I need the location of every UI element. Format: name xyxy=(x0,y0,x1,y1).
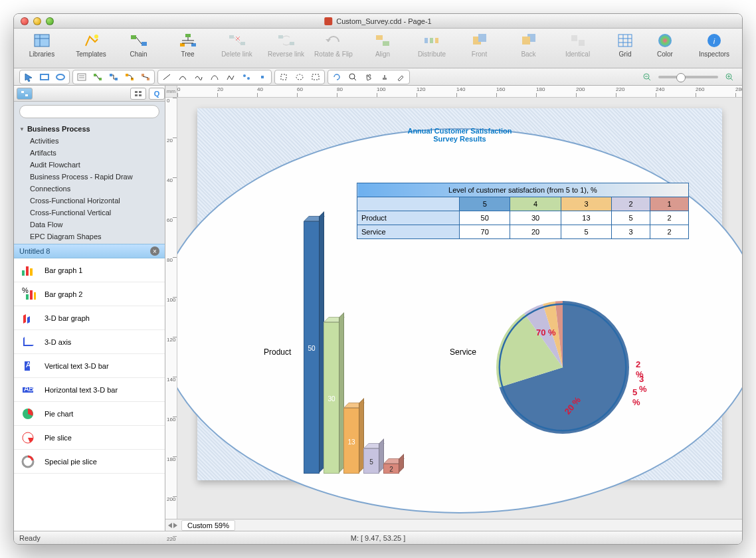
next-page-icon[interactable] xyxy=(173,523,177,528)
app-window: Custom_Survey.cdd - Page-1 Libraries Tem… xyxy=(13,13,743,545)
tree-item[interactable]: Connections xyxy=(14,183,165,195)
svg-rect-7 xyxy=(185,34,191,37)
libraries-button[interactable]: Libraries xyxy=(22,31,62,58)
minimize-icon[interactable] xyxy=(33,17,41,25)
vertical-ruler[interactable]: 020406080100120140160180200220 xyxy=(165,98,177,519)
svg-rect-73 xyxy=(21,91,24,93)
window-title: Custom_Survey.cdd - Page-1 xyxy=(324,17,431,25)
sidebar-view-grid-icon[interactable] xyxy=(130,88,146,100)
tool-ribbon xyxy=(14,68,742,86)
svg-rect-58 xyxy=(261,76,264,78)
drawing-canvas[interactable]: Annual Customer Satisfaction Survey Resu… xyxy=(177,98,742,519)
horizontal-ruler[interactable]: 020406080100120140160180200220240260280 xyxy=(177,86,742,98)
node-tool-icon[interactable] xyxy=(255,71,270,83)
svg-line-47 xyxy=(96,75,99,79)
delete-link-button[interactable]: Delete link xyxy=(217,31,257,58)
shape-item[interactable]: 3-D bar graph xyxy=(14,306,165,330)
prev-page-icon[interactable] xyxy=(168,523,172,528)
distribute-button[interactable]: Distribute xyxy=(412,31,452,58)
chain-button[interactable]: Chain xyxy=(119,31,159,58)
grid-button[interactable]: Grid xyxy=(605,31,645,58)
zoom-icon[interactable] xyxy=(46,17,54,25)
close-icon[interactable] xyxy=(21,17,29,25)
tree-item[interactable]: Cross-Functional Vertical xyxy=(14,207,165,219)
svg-line-68 xyxy=(648,78,650,80)
svg-rect-14 xyxy=(240,42,245,45)
shape-item[interactable]: 3-D axis xyxy=(14,330,165,354)
refresh-tool-icon[interactable] xyxy=(330,71,344,83)
svg-rect-27 xyxy=(478,34,486,42)
svg-rect-64 xyxy=(383,78,387,80)
shape-palette: Bar graph 1%Bar graph 23-D bar graph3-D … xyxy=(14,258,165,531)
color-button[interactable]: Color xyxy=(645,31,685,58)
tree-item[interactable]: Artifacts xyxy=(14,147,165,159)
shape-item[interactable]: Pie slice xyxy=(14,426,165,450)
chart-title: Annual Customer Satisfaction Survey Resu… xyxy=(197,127,722,143)
shape-item[interactable]: ABCVertical text 3-D bar xyxy=(14,354,165,378)
lasso-tool-icon[interactable] xyxy=(292,71,307,83)
connector4-icon[interactable] xyxy=(138,71,153,83)
zoom-in-icon[interactable] xyxy=(722,71,737,83)
close-tab-icon[interactable]: × xyxy=(150,246,159,256)
tree-item[interactable]: Activities xyxy=(14,135,165,147)
bezier-tool-icon[interactable] xyxy=(207,71,222,83)
shape-item[interactable]: Pie chart xyxy=(14,402,165,426)
page-zoom-tab[interactable]: Custom 59% xyxy=(181,520,235,531)
sidebar-view-tree-icon[interactable] xyxy=(17,88,33,100)
poly-tool-icon[interactable] xyxy=(223,71,238,83)
inspectors-button[interactable]: iInspectors xyxy=(694,31,734,58)
svg-marker-20 xyxy=(326,39,331,42)
stamp-tool-icon[interactable] xyxy=(377,71,392,83)
shape-item[interactable]: Special pie slice xyxy=(14,450,165,474)
sidebar-search-toggle-icon[interactable]: Q xyxy=(149,88,165,100)
arc-tool-icon[interactable] xyxy=(175,71,190,83)
svg-rect-75 xyxy=(135,91,138,93)
ellipse-tool-icon[interactable] xyxy=(53,71,68,83)
pointer-tool-icon[interactable] xyxy=(21,71,36,83)
page: Annual Customer Satisfaction Survey Resu… xyxy=(197,108,722,480)
front-button[interactable]: Front xyxy=(460,31,500,58)
connector3-icon[interactable] xyxy=(122,71,137,83)
tree-item[interactable]: Cross-Functional Horizontal xyxy=(14,195,165,207)
shape-item[interactable]: ABCHorizontal text 3-D bar xyxy=(14,378,165,402)
connector1-icon[interactable] xyxy=(90,71,105,83)
text-tool-icon[interactable] xyxy=(74,71,89,83)
identical-button[interactable]: Identical xyxy=(558,31,598,58)
zoom-out-icon[interactable] xyxy=(640,71,654,83)
tree-item[interactable]: EPC Diagram Shapes xyxy=(14,231,165,242)
svg-point-3 xyxy=(94,35,98,39)
align-button[interactable]: Align xyxy=(363,31,403,58)
connector2-icon[interactable] xyxy=(106,71,121,83)
edit-points-icon[interactable] xyxy=(239,71,254,83)
shape-item[interactable]: Bar graph 1 xyxy=(14,258,165,282)
zoom-slider[interactable] xyxy=(658,76,718,78)
tree-group-business-process[interactable]: Business Process xyxy=(14,123,165,135)
rect-tool-icon[interactable] xyxy=(37,71,52,83)
svg-rect-4 xyxy=(131,35,136,39)
crop-tool-icon[interactable] xyxy=(276,71,291,83)
shape-item[interactable]: %Bar graph 2 xyxy=(14,282,165,306)
tree-item[interactable]: Business Process - Rapid Draw xyxy=(14,171,165,183)
status-bar: Ready M: [ 9.47, 53.25 ] xyxy=(14,531,742,544)
current-library-tab[interactable]: Untitled 8× xyxy=(14,244,165,258)
magnify-tool-icon[interactable] xyxy=(345,71,360,83)
tree-item[interactable]: Data Flow xyxy=(14,219,165,231)
templates-button[interactable]: Templates xyxy=(71,31,111,58)
rotate-flip-button[interactable]: Rotate & Flip xyxy=(314,31,353,58)
tree-button[interactable]: Tree xyxy=(168,31,208,58)
selection-tool-icon[interactable] xyxy=(308,71,323,83)
titlebar: Custom_Survey.cdd - Page-1 xyxy=(14,14,742,29)
line-tool-icon[interactable] xyxy=(159,71,174,83)
back-button[interactable]: Back xyxy=(509,31,549,58)
hand-tool-icon[interactable] xyxy=(361,71,376,83)
search-input[interactable] xyxy=(19,105,159,118)
spline-tool-icon[interactable] xyxy=(191,71,206,83)
sidebar-search xyxy=(14,102,165,122)
tree-item[interactable]: Audit Flowchart xyxy=(14,159,165,171)
reverse-link-button[interactable]: Reverse link xyxy=(266,31,306,58)
library-tree: Business Process ActivitiesArtifactsAudi… xyxy=(14,122,165,244)
svg-rect-30 xyxy=(571,35,577,41)
eyedropper-tool-icon[interactable] xyxy=(393,71,408,83)
shape-icon: ABC xyxy=(19,358,38,374)
svg-point-56 xyxy=(243,74,246,77)
